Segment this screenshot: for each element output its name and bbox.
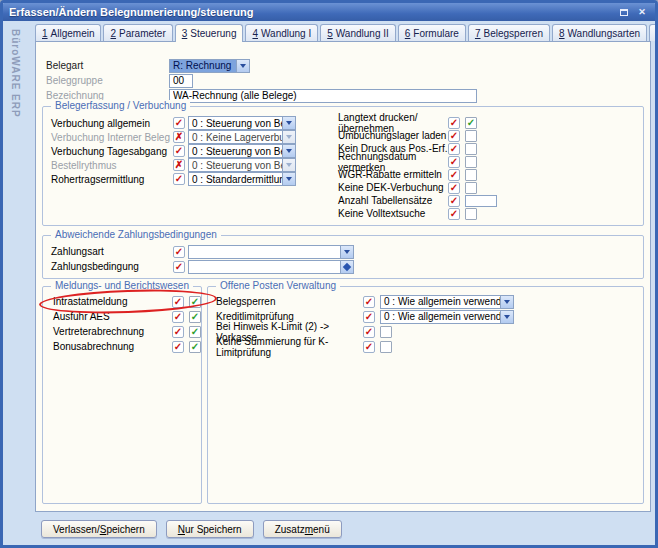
chevron-down-icon[interactable] bbox=[282, 117, 295, 129]
flag-check-icon[interactable]: ✓ bbox=[448, 169, 460, 181]
group-offene-posten: Offene Posten Verwaltung Belegsperren ✓ … bbox=[207, 286, 644, 504]
beleggruppe-label: Beleggruppe bbox=[46, 75, 169, 86]
tab-formulare[interactable]: 6Formulare bbox=[398, 24, 466, 41]
tab-allgemein[interactable]: 1Allgemein bbox=[35, 24, 101, 41]
flag-check-icon[interactable]: ✓ bbox=[172, 296, 184, 308]
flag-check-icon[interactable]: ✓ bbox=[173, 261, 185, 273]
ausfuhr-aes-checkbox[interactable]: ✓ bbox=[189, 311, 201, 323]
chevron-down-icon[interactable] bbox=[282, 145, 295, 157]
vorkasse-checkbox[interactable] bbox=[380, 326, 392, 338]
zahlungsart-select[interactable] bbox=[188, 245, 354, 259]
tab-sonstige[interactable]: ASonstige bbox=[649, 24, 658, 41]
keine-dek-checkbox[interactable] bbox=[465, 182, 477, 194]
verbuchung-allgemein-select[interactable]: 0 : Steuerung von Belegart bbox=[188, 116, 296, 130]
flag-check-icon[interactable]: ✓ bbox=[363, 341, 375, 353]
group-zahlungsbedingungen: Abweichende Zahlungsbedingungen Zahlungs… bbox=[42, 235, 644, 279]
langtext-checkbox[interactable]: ✓ bbox=[465, 117, 477, 129]
tab-belegsperren[interactable]: 7Belegsperren bbox=[468, 24, 550, 41]
rechnungsdatum-checkbox[interactable] bbox=[465, 156, 477, 168]
group-belegerfassung: Belegerfassung / Verbuchung Verbuchung a… bbox=[42, 106, 644, 226]
form-row: Ausfuhr AES ✓ ✓ bbox=[53, 309, 201, 324]
flag-check-icon[interactable]: ✓ bbox=[448, 117, 460, 129]
flag-check-icon[interactable]: ✓ bbox=[448, 156, 460, 168]
kreditlimitpruefung-select[interactable]: 0 : Wie allgemein verwenden bbox=[380, 310, 514, 324]
flag-check-icon[interactable]: ✓ bbox=[173, 173, 185, 185]
intrastatmeldung-checkbox[interactable]: ✓ bbox=[189, 296, 201, 308]
rohertragsermittlung-select[interactable]: 0 : Standardermittlung bbox=[188, 172, 296, 186]
belegsperren-select[interactable]: 0 : Wie allgemein verwenden bbox=[380, 295, 514, 309]
flag-check-icon[interactable]: ✓ bbox=[363, 311, 375, 323]
chevron-down-icon[interactable] bbox=[340, 246, 353, 258]
restore-icon[interactable] bbox=[617, 6, 631, 18]
group-belegerfassung-title: Belegerfassung / Verbuchung bbox=[51, 100, 190, 111]
beleggruppe-input[interactable] bbox=[169, 74, 193, 88]
vertreterabrechnung-checkbox[interactable]: ✓ bbox=[189, 326, 201, 338]
verbuchung-interner-beleg-select[interactable]: 0 : Keine Lagerverbuchung bbox=[188, 130, 296, 144]
belegart-label: Belegart bbox=[46, 60, 169, 71]
form-row: Verbuchung allgemein ✓ 0 : Steuerung von… bbox=[51, 116, 331, 130]
form-row: Verbuchung Tagesabgang ✓ 0 : Steuerung v… bbox=[51, 144, 331, 158]
chevron-down-icon[interactable] bbox=[236, 60, 249, 72]
zahlungsbedingung-select[interactable] bbox=[188, 260, 354, 274]
tab-steuerung[interactable]: 3Steuerung bbox=[175, 24, 244, 42]
bonusabrechnung-checkbox[interactable]: ✓ bbox=[189, 341, 201, 353]
chevron-down-icon[interactable] bbox=[500, 296, 513, 308]
chevron-down-icon[interactable] bbox=[500, 311, 513, 323]
lookup-diamond-icon[interactable] bbox=[340, 261, 353, 273]
flag-x-icon[interactable]: ✗ bbox=[173, 159, 185, 171]
form-row: Keine Volltextsuche ✓ bbox=[338, 207, 497, 220]
umbuchungslager-checkbox[interactable] bbox=[465, 130, 477, 142]
form-row: Bestellrythmus ✗ 0 : Steuerung von Beleg… bbox=[51, 158, 331, 172]
flag-x-icon[interactable]: ✗ bbox=[173, 131, 185, 143]
flag-check-icon[interactable]: ✓ bbox=[448, 182, 460, 194]
belegart-select[interactable]: R: Rechnung bbox=[169, 59, 250, 73]
flag-check-icon[interactable]: ✓ bbox=[363, 326, 375, 338]
close-icon[interactable]: ✕ bbox=[635, 6, 649, 18]
form-row: Langtext drucken/übernehmen ✓ ✓ bbox=[338, 116, 497, 129]
tab-wandlungsarten[interactable]: 8Wandlungsarten bbox=[552, 24, 647, 41]
form-row: Rohertragsermittlung ✓ 0 : Standardermit… bbox=[51, 172, 331, 186]
form-row: Intrastatmeldung ✓ ✓ bbox=[53, 294, 201, 309]
anzahl-tabellensaetze-input[interactable] bbox=[465, 195, 497, 207]
form-row: Vertreterabrechnung ✓ ✓ bbox=[53, 324, 201, 339]
tab-wandlung-2[interactable]: 5Wandlung II bbox=[320, 24, 396, 41]
save-exit-button[interactable]: Verlassen/Speichern bbox=[41, 520, 157, 538]
flag-check-icon[interactable]: ✓ bbox=[448, 143, 460, 155]
flag-check-icon[interactable]: ✓ bbox=[172, 341, 184, 353]
flag-check-icon[interactable]: ✓ bbox=[172, 326, 184, 338]
wgr-rabatte-checkbox[interactable] bbox=[465, 169, 477, 181]
tab-parameter[interactable]: 2Parameter bbox=[103, 24, 172, 41]
flag-check-icon[interactable]: ✓ bbox=[173, 145, 185, 157]
chevron-down-icon bbox=[282, 159, 295, 171]
left-side-strip: BüroWARE ERP bbox=[3, 21, 31, 545]
form-row: Keine DEK-Verbuchung ✓ bbox=[338, 181, 497, 194]
keine-summierung-checkbox[interactable] bbox=[380, 341, 392, 353]
flag-check-icon[interactable]: ✓ bbox=[363, 296, 375, 308]
extra-menu-button[interactable]: Zusatzmenü bbox=[263, 520, 342, 538]
flag-check-icon[interactable]: ✓ bbox=[173, 246, 185, 258]
form-row: Rechnungsdatum vermerken ✓ bbox=[338, 155, 497, 168]
chevron-down-icon[interactable] bbox=[282, 173, 295, 185]
flag-check-icon[interactable]: ✓ bbox=[172, 311, 184, 323]
dialog-window: Erfassen/Ändern Belegnumerierung/steueru… bbox=[0, 0, 658, 548]
bezeichnung-input[interactable] bbox=[169, 89, 477, 103]
title-bar: Erfassen/Ändern Belegnumerierung/steueru… bbox=[3, 3, 655, 21]
chevron-down-icon bbox=[282, 131, 295, 143]
kein-druck-checkbox[interactable] bbox=[465, 143, 477, 155]
form-row: Anzahl Tabellensätze ✓ bbox=[338, 194, 497, 207]
tab-wandlung-1[interactable]: 4Wandlung I bbox=[245, 24, 318, 41]
form-row: Zahlungsbedingung ✓ bbox=[51, 259, 643, 274]
flag-check-icon[interactable]: ✓ bbox=[448, 208, 460, 220]
flag-check-icon[interactable]: ✓ bbox=[448, 195, 460, 207]
keine-volltextsuche-checkbox[interactable] bbox=[465, 208, 477, 220]
verbuchung-tagesabgang-select[interactable]: 0 : Steuerung von Belegart bbox=[188, 144, 296, 158]
save-only-button[interactable]: Nur Speichern bbox=[166, 520, 254, 538]
brand-vertical-text: BüroWARE ERP bbox=[10, 29, 21, 118]
tab-bar: 1Allgemein 2Parameter 3Steuerung 4Wandlu… bbox=[35, 24, 651, 41]
bestellrythmus-select[interactable]: 0 : Steuerung von Belegart bbox=[188, 158, 296, 172]
flag-check-icon[interactable]: ✓ bbox=[173, 117, 185, 129]
flag-check-icon[interactable]: ✓ bbox=[448, 130, 460, 142]
form-row: Bonusabrechnung ✓ ✓ bbox=[53, 339, 201, 354]
button-row: Verlassen/Speichern Nur Speichern Zusatz… bbox=[41, 520, 342, 538]
window-title: Erfassen/Ändern Belegnumerierung/steueru… bbox=[9, 6, 613, 18]
